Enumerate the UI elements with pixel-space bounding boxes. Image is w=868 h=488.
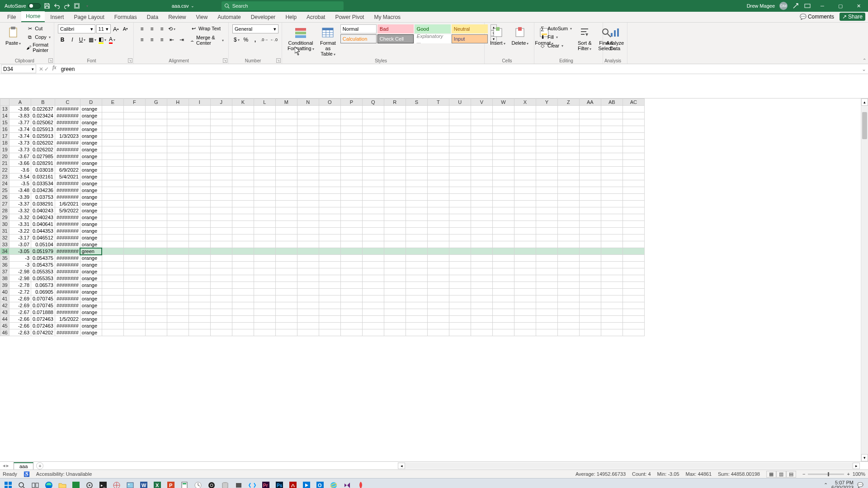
cell-G30[interactable] (145, 221, 167, 228)
cell-O17[interactable] (319, 133, 340, 140)
cell-X43[interactable] (514, 309, 536, 316)
cell-AC42[interactable] (623, 302, 644, 309)
cell-D22[interactable]: orange (80, 167, 102, 174)
cell-G39[interactable] (145, 282, 167, 289)
autosave-toggle[interactable]: AutoSave (5, 3, 41, 9)
cell-G35[interactable] (145, 255, 167, 262)
cell-V34[interactable] (471, 248, 492, 255)
taskbar-clock[interactable] (192, 479, 204, 488)
cell-AA36[interactable] (579, 262, 601, 268)
start-button[interactable] (2, 479, 14, 488)
cell-U25[interactable] (449, 187, 471, 194)
cell-K18[interactable] (232, 140, 254, 146)
tray-expand-icon[interactable]: ⌃ (824, 482, 828, 488)
cell-X38[interactable] (514, 275, 536, 282)
align-bottom-button[interactable]: ≡ (157, 24, 166, 33)
cell-V27[interactable] (471, 201, 492, 207)
cell-W20[interactable] (492, 153, 514, 160)
cell-C32[interactable]: ######## (55, 235, 80, 241)
cell-G15[interactable] (145, 119, 167, 126)
cell-F30[interactable] (123, 221, 145, 228)
cell-A20[interactable]: -3.67 (9, 153, 31, 160)
cell-R14[interactable] (384, 113, 406, 119)
cell-K31[interactable] (232, 228, 254, 235)
cell-X15[interactable] (514, 119, 536, 126)
cell-T26[interactable] (427, 194, 449, 201)
cell-K26[interactable] (232, 194, 254, 201)
cell-A34[interactable]: -3.05 (9, 248, 31, 255)
cell-J32[interactable] (210, 235, 232, 241)
cell-Z42[interactable] (557, 302, 579, 309)
italic-button[interactable]: I (68, 35, 77, 44)
cell-J20[interactable] (210, 153, 232, 160)
cell-N21[interactable] (297, 160, 319, 167)
cell-D39[interactable]: orange (80, 282, 102, 289)
cell-W32[interactable] (492, 235, 514, 241)
tab-page-layout[interactable]: Page Layout (69, 12, 108, 22)
taskbar-powerpoint[interactable]: P (165, 479, 177, 488)
cell-J27[interactable] (210, 201, 232, 207)
cell-S25[interactable] (406, 187, 427, 194)
cell-I22[interactable] (189, 167, 210, 174)
cell-P45[interactable] (340, 323, 362, 329)
share-button[interactable]: ↗Share (840, 13, 865, 21)
cell-I20[interactable] (189, 153, 210, 160)
cell-Z29[interactable] (557, 214, 579, 221)
row-header-16[interactable]: 16 (0, 126, 9, 133)
cell-C45[interactable]: ######## (55, 323, 80, 329)
cell-E43[interactable] (102, 309, 123, 316)
cell-I38[interactable] (189, 275, 210, 282)
autosum-button[interactable]: ∑AutoSum (538, 24, 573, 33)
cell-P17[interactable] (340, 133, 362, 140)
cell-T27[interactable] (427, 201, 449, 207)
cell-A18[interactable]: -3.73 (9, 140, 31, 146)
cell-E27[interactable] (102, 201, 123, 207)
row-header-44[interactable]: 44 (0, 316, 9, 323)
cell-L16[interactable] (254, 126, 275, 133)
cell-B18[interactable]: 0.026202 (31, 140, 55, 146)
clipboard-launcher[interactable]: ↘ (48, 58, 53, 63)
cell-Q31[interactable] (362, 228, 384, 235)
cell-X17[interactable] (514, 133, 536, 140)
cell-AC34[interactable] (623, 248, 644, 255)
cell-S40[interactable] (406, 289, 427, 296)
cell-I31[interactable] (189, 228, 210, 235)
cell-F13[interactable] (123, 106, 145, 113)
cell-E45[interactable] (102, 323, 123, 329)
cell-AC31[interactable] (623, 228, 644, 235)
cell-Z20[interactable] (557, 153, 579, 160)
cell-F32[interactable] (123, 235, 145, 241)
cell-B26[interactable]: 0.03753 (31, 194, 55, 201)
cell-V32[interactable] (471, 235, 492, 241)
row-header-14[interactable]: 14 (0, 113, 9, 119)
cell-N18[interactable] (297, 140, 319, 146)
cell-Y16[interactable] (536, 126, 557, 133)
cell-F39[interactable] (123, 282, 145, 289)
cell-Q16[interactable] (362, 126, 384, 133)
row-header-15[interactable]: 15 (0, 119, 9, 126)
cell-I13[interactable] (189, 106, 210, 113)
cell-U42[interactable] (449, 302, 471, 309)
cancel-formula-icon[interactable]: ✕ (39, 66, 43, 72)
cell-D16[interactable]: orange (80, 126, 102, 133)
cell-L28[interactable] (254, 207, 275, 214)
cell-I30[interactable] (189, 221, 210, 228)
cell-Y36[interactable] (536, 262, 557, 268)
cell-styles-gallery[interactable]: NormalBadGoodNeutralCalculationCheck Cel… (340, 24, 488, 43)
cell-Q23[interactable] (362, 174, 384, 180)
cell-X42[interactable] (514, 302, 536, 309)
cell-W37[interactable] (492, 268, 514, 275)
indent-inc-button[interactable]: ⇥ (177, 35, 186, 44)
cell-P20[interactable] (340, 153, 362, 160)
cell-E39[interactable] (102, 282, 123, 289)
cell-C22[interactable]: 6/9/2022 (55, 167, 80, 174)
cell-AA42[interactable] (579, 302, 601, 309)
cell-S20[interactable] (406, 153, 427, 160)
cell-J28[interactable] (210, 207, 232, 214)
cell-A21[interactable]: -3.66 (9, 160, 31, 167)
cell-U15[interactable] (449, 119, 471, 126)
cell-Z14[interactable] (557, 113, 579, 119)
cell-AA46[interactable] (579, 329, 601, 336)
cell-B29[interactable]: 0.040243 (31, 214, 55, 221)
cell-AA19[interactable] (579, 146, 601, 153)
